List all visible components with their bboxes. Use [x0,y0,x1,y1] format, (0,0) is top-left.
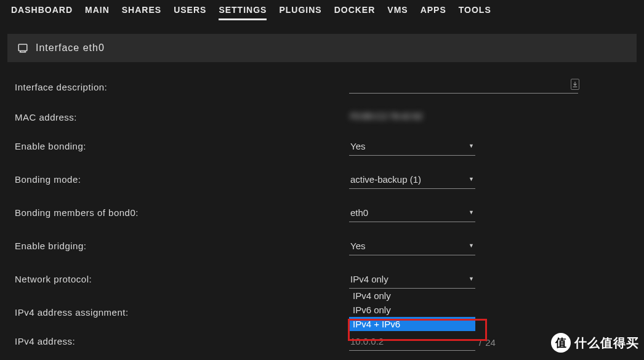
label-bonding-members: Bonding members of bond0: [7,206,349,218]
caret-icon: ▼ [469,242,474,249]
label-protocol: Network protocol: [7,273,349,284]
protocol-option[interactable]: IPv4 + IPv6 [349,317,475,331]
tab-plugins[interactable]: PLUGINS [279,5,321,20]
tab-docker[interactable]: DOCKER [334,5,376,20]
tab-tools[interactable]: TOOLS [459,5,491,20]
caret-icon: ▼ [469,276,474,282]
label-description: Interface description: [7,81,349,92]
protocol-dropdown: IPv4 onlyIPv6 onlyIPv4 + IPv6 [349,289,475,331]
main-nav: DASHBOARDMAINSHARESUSERSSETTINGSPLUGINSD… [0,0,644,28]
protocol-option[interactable]: IPv6 only [349,303,475,317]
label-bridging: Enable bridging: [7,239,349,251]
bonding-value: Yes [350,141,365,151]
mask-separator: / [479,337,481,348]
label-bonding: Enable bonding: [7,140,349,151]
protocol-option[interactable]: IPv4 only [349,289,475,303]
watermark-text: 什么值得买 [574,335,639,351]
tab-users[interactable]: USERS [174,5,206,20]
download-icon[interactable] [571,79,579,90]
settings-form: Interface description: MAC address: F0:B… [0,62,644,351]
protocol-value: IPv4 only [350,274,388,284]
mac-value: F0:B5:C2:78:42:62 [349,111,423,121]
description-input[interactable] [349,81,578,94]
ipv4-mask: 24 [485,337,496,348]
tab-apps[interactable]: APPS [421,5,446,20]
bonding-mode-value: active-backup (1) [350,174,421,185]
bonding-select[interactable]: Yes ▼ [349,140,475,156]
tab-shares[interactable]: SHARES [122,5,161,20]
interface-icon [17,42,28,54]
label-mac: MAC address: [7,111,349,122]
watermark: 值 什么值得买 [551,333,639,353]
bonding-mode-select[interactable]: active-backup (1) ▼ [349,173,475,189]
section-header: Interface eth0 [7,34,637,62]
watermark-badge: 值 [551,333,571,353]
label-ipv4-addr: IPv4 address: [7,335,349,346]
bonding-members-select[interactable]: eth0 ▼ [349,206,475,222]
tab-dashboard[interactable]: DASHBOARD [11,5,73,20]
bridging-value: Yes [350,241,365,251]
section-title: Interface eth0 [36,42,105,54]
label-bonding-mode: Bonding mode: [7,173,349,185]
bridging-select[interactable]: Yes ▼ [349,239,475,255]
bonding-members-value: eth0 [350,207,368,218]
tab-main[interactable]: MAIN [85,5,110,20]
ipv4-address-input[interactable] [349,335,475,351]
tab-vms[interactable]: VMS [387,5,408,20]
label-ipv4-assign: IPv4 address assignment: [7,306,349,318]
caret-icon: ▼ [469,209,474,215]
caret-icon: ▼ [469,143,474,149]
svg-rect-0 [18,44,27,51]
caret-icon: ▼ [469,176,474,182]
tab-settings[interactable]: SETTINGS [219,5,267,20]
protocol-select[interactable]: IPv4 only ▼ [349,273,475,289]
